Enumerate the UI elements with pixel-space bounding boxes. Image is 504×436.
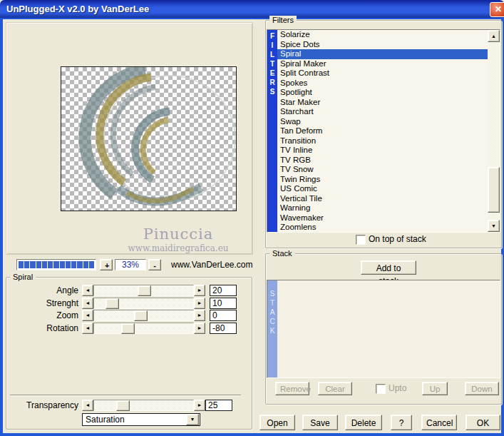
filters-scrollbar[interactable]: ▲ ▼ (488, 30, 500, 232)
strenght-value-field[interactable]: 10 (210, 298, 237, 309)
up-button[interactable]: Up (422, 382, 448, 395)
filter-item-swap[interactable]: Swap (277, 117, 488, 127)
strenght-label: Strenght (10, 298, 78, 309)
filter-item-warning[interactable]: Warning (277, 203, 488, 213)
filter-item-spiral[interactable]: Spiral (277, 49, 488, 59)
filter-item-tv-snow[interactable]: TV Snow (277, 165, 488, 175)
zoom-decrement-button[interactable]: ◄ (82, 310, 93, 321)
zoom-slider[interactable] (93, 310, 194, 321)
remove-button[interactable]: Remove (275, 382, 309, 395)
ok-button[interactable]: OK (466, 415, 500, 430)
frame-border-top (0, 18, 504, 19)
preview-image[interactable] (61, 66, 237, 211)
transparency-value-field[interactable]: 25 (205, 400, 232, 411)
watermark-name: Pinuccia (107, 225, 250, 243)
chevron-down-icon[interactable]: ▼ (186, 414, 199, 425)
scroll-down-icon[interactable]: ▼ (488, 220, 500, 232)
filter-item-spiral-maker[interactable]: Spiral Maker (277, 59, 488, 69)
filter-item-tv-inline[interactable]: TV Inline (277, 146, 488, 156)
save-button[interactable]: Save (302, 415, 338, 430)
stack-side-banner: STACK (267, 280, 277, 377)
spiral-artwork (61, 67, 236, 211)
blend-mode-dropdown[interactable]: Saturation ▼ (82, 413, 200, 426)
watermark-url: www.maidiregrafica.eu (107, 243, 250, 253)
clear-button[interactable]: Clear (318, 382, 352, 395)
filter-item-us-comic[interactable]: US Comic (277, 184, 488, 194)
filter-item-solarize[interactable]: Solarize (277, 30, 488, 40)
progress-segment (24, 261, 29, 268)
transparency-decrement-button[interactable]: ◄ (82, 400, 93, 411)
filter-params-group-label: Spiral (10, 273, 36, 281)
transparency-increment-button[interactable]: ► (194, 400, 205, 411)
angle-increment-button[interactable]: ► (194, 285, 205, 296)
zoom-label: Zoom (10, 310, 78, 321)
title-bar[interactable]: UnPlugged-X v2.0 by VanDerLee ✕ (0, 0, 504, 18)
zoom-increment-button[interactable]: ► (194, 310, 205, 321)
filter-item-transition[interactable]: Transition (277, 136, 488, 146)
angle-label: Angle (10, 285, 78, 296)
upto-label: Upto (389, 384, 406, 393)
stack-list-empty (277, 280, 500, 377)
progress-segment (19, 261, 24, 268)
down-button[interactable]: Down (465, 382, 499, 395)
rotation-increment-button[interactable]: ► (194, 323, 205, 334)
filter-item-wavemaker[interactable]: Wavemaker (277, 213, 488, 223)
filter-item-split-contrast[interactable]: Split Contrast (277, 69, 488, 78)
cancel-button[interactable]: Cancel (421, 415, 457, 430)
strenght-increment-button[interactable]: ► (194, 298, 205, 309)
progress-segment (36, 261, 41, 268)
filter-item-spice-dots[interactable]: Spice Dots (277, 40, 488, 50)
filter-item-vertical-tile[interactable]: Vertical Tile (277, 194, 488, 204)
scroll-up-icon[interactable]: ▲ (488, 30, 500, 42)
scrollbar-thumb[interactable] (488, 167, 500, 213)
filter-item-spotlight[interactable]: Spotlight (277, 88, 488, 98)
filter-item-tan-deform[interactable]: Tan Deform (277, 126, 488, 136)
on-top-of-stack-checkbox[interactable] (356, 235, 366, 245)
on-top-of-stack-label: On top of stack (369, 235, 426, 244)
angle-value-field[interactable]: 20 (210, 285, 237, 296)
progress-segment (77, 261, 82, 268)
filter-item-star-maker[interactable]: Star Maker (277, 98, 488, 108)
help-button[interactable]: ? (391, 415, 412, 430)
angle-decrement-button[interactable]: ◄ (82, 285, 93, 296)
filter-item-tv-rgb[interactable]: TV RGB (277, 156, 488, 166)
params-separator (10, 395, 241, 396)
zoom-out-button[interactable]: - (148, 259, 161, 270)
angle-slider-thumb[interactable] (138, 285, 151, 296)
zoom-value-field[interactable]: 0 (210, 310, 237, 321)
rotation-decrement-button[interactable]: ◄ (82, 323, 93, 334)
strenght-slider[interactable] (93, 298, 194, 309)
progress-segment (89, 261, 94, 268)
rotation-slider-thumb[interactable] (121, 323, 135, 334)
progress-segment (66, 261, 71, 268)
zoom-in-button[interactable]: + (100, 259, 113, 270)
delete-button[interactable]: Delete (345, 415, 382, 430)
open-button[interactable]: Open (259, 415, 295, 430)
upto-checkbox[interactable] (376, 384, 386, 394)
strenght-decrement-button[interactable]: ◄ (82, 298, 93, 309)
progress-segment (71, 261, 76, 268)
filter-item-starchart[interactable]: Starchart (277, 107, 488, 117)
progress-segment (53, 261, 58, 268)
close-button[interactable]: ✕ (490, 2, 504, 17)
rotation-label: Rotation (10, 323, 78, 334)
filter-item-twin-rings[interactable]: Twin Rings (277, 175, 488, 185)
add-to-stack-button[interactable]: Add to stack (361, 260, 416, 275)
angle-slider[interactable] (93, 285, 194, 296)
frame-border-bottom (0, 433, 504, 436)
progress-segment (60, 261, 65, 268)
zoom-slider-thumb[interactable] (134, 310, 148, 321)
strenght-slider-thumb[interactable] (106, 298, 119, 309)
stack-group-label: Stack (269, 249, 295, 258)
progress-segment (48, 261, 53, 268)
filter-item-spokes[interactable]: Spokes (277, 78, 488, 88)
filters-list: SolarizeSpice DotsSpiralSpiral MakerSpli… (277, 30, 488, 232)
filter-item-zoomlens[interactable]: Zoomlens (277, 223, 488, 232)
filters-side-banner: FILTERS (267, 30, 277, 232)
rotation-value-field[interactable]: -80 (210, 323, 237, 334)
transparency-slider-thumb[interactable] (116, 400, 130, 411)
rotation-slider[interactable] (93, 323, 194, 334)
stack-listbox: STACK (267, 280, 500, 378)
progress-segment (30, 261, 35, 268)
transparency-slider[interactable] (93, 400, 194, 411)
